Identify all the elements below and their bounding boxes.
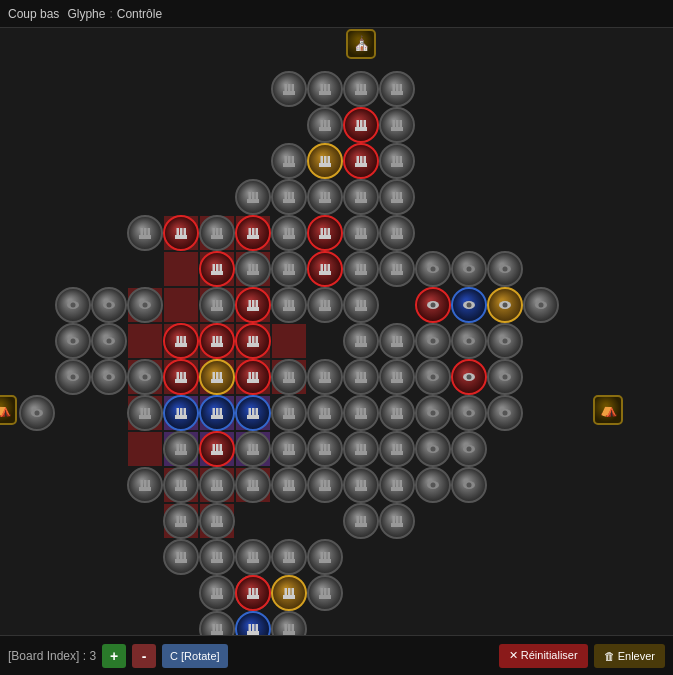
increment-button[interactable]: + [102, 644, 126, 668]
decrement-button[interactable]: - [132, 644, 156, 668]
board-area [0, 28, 673, 635]
header-label3: Contrôle [117, 7, 162, 21]
rotate-button[interactable]: C [Rotate] [162, 644, 228, 668]
header-label2: Glyphe [67, 7, 105, 21]
footer-bar: [Board Index] : 3 + - C [Rotate] ✕ Réini… [0, 635, 673, 675]
board-index-label: [Board Index] : 3 [8, 649, 96, 663]
board-canvas[interactable] [0, 28, 673, 635]
remove-button[interactable]: 🗑 Enlever [594, 644, 665, 668]
reset-button[interactable]: ✕ Réinitialiser [499, 644, 588, 668]
header-bar: Coup bas Glyphe : Contrôle [0, 0, 673, 28]
header-label1: Coup bas [8, 7, 59, 21]
header-colon: : [109, 7, 112, 21]
